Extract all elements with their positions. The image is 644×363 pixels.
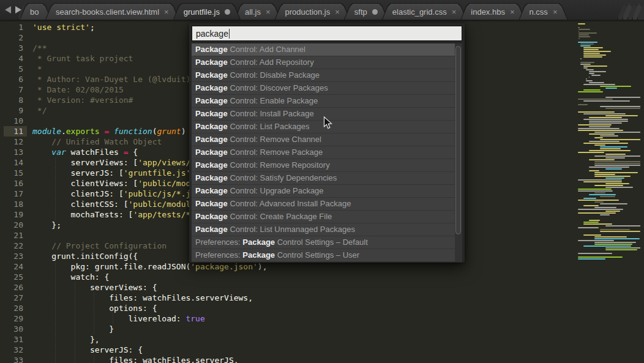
code-line: 24 pkg: grunt.file.readJSON('package.jso…: [0, 261, 573, 272]
palette-item[interactable]: Package Control: Add Repository: [192, 56, 455, 69]
tab-n-css[interactable]: n.css×: [519, 3, 568, 20]
palette-scrollbar[interactable]: [455, 43, 462, 262]
indent-guide: [55, 355, 56, 363]
code-line: 28 options: {: [0, 303, 573, 313]
line-number: 4: [4, 53, 27, 64]
code-line: 27 files: watchFiles.serverViews,: [0, 293, 573, 303]
minimap-line: [578, 34, 589, 36]
tab-search-books-client-view-html[interactable]: search-books.client.view.html×: [45, 3, 179, 20]
minimap-line: [578, 111, 615, 113]
minimap-line: [583, 65, 607, 67]
line-number: 15: [4, 168, 27, 178]
code-text: files: watchFiles.serverViews,: [32, 293, 253, 302]
minimap-line: [605, 108, 640, 109]
line-number: 33: [4, 355, 27, 363]
minimap-line: [583, 234, 601, 236]
minimap-line: [600, 203, 627, 204]
minimap-line: [583, 205, 599, 206]
tab-production-js[interactable]: production.js×: [275, 3, 350, 20]
palette-item[interactable]: Package Control: Remove Repository: [192, 159, 455, 172]
line-number: 13: [4, 147, 27, 157]
code-text: module.exports = function(grunt) {: [32, 127, 195, 136]
line-number: 23: [4, 251, 27, 261]
palette-item[interactable]: Package Control: Disable Package: [192, 69, 455, 82]
minimap-line: [589, 220, 600, 221]
sublime-text-window: 1'use strict';23/**4 * Grunt task projec…: [0, 0, 644, 363]
tab-elastic-grid-css[interactable]: elastic_grid.css×: [382, 3, 466, 20]
palette-item[interactable]: Package Control: Advanced Install Packag…: [192, 198, 455, 211]
minimap-line: [594, 207, 616, 208]
line-number: 5: [4, 64, 27, 74]
line-number: 18: [4, 199, 27, 209]
tab-close-icon[interactable]: ×: [452, 8, 457, 16]
minimap-line: [605, 247, 640, 249]
palette-search-input[interactable]: package: [192, 26, 462, 41]
palette-item[interactable]: Package Control: Satisfy Dependencies: [192, 172, 455, 185]
minimap-line: [589, 82, 605, 83]
tab-index-hbs[interactable]: index.hbs×: [460, 3, 525, 20]
indent-guide: [55, 199, 56, 209]
code-text: * Date: 02/08/2015: [32, 85, 124, 94]
minimap-line: [583, 89, 601, 91]
minimap-line: [594, 242, 636, 243]
palette-item[interactable]: Preferences: Package Control Settings – …: [192, 236, 455, 249]
tab-close-icon[interactable]: ×: [510, 8, 515, 16]
palette-item[interactable]: Package Control: Remove Package: [192, 146, 455, 159]
minimap[interactable]: [575, 23, 640, 280]
tab-sftp[interactable]: sftp: [344, 3, 388, 20]
tab-close-icon[interactable]: ×: [335, 8, 340, 16]
code-text: serverJS: {: [32, 345, 143, 354]
code-text: },: [32, 335, 100, 344]
minimap-line: [600, 229, 630, 230]
palette-item[interactable]: Package Control: Enable Package: [192, 95, 455, 108]
code-text: }: [32, 324, 114, 334]
minimap-line: [580, 45, 591, 47]
tab-close-icon[interactable]: ×: [164, 8, 169, 16]
minimap-line: [600, 135, 618, 137]
indent-guide: [75, 334, 75, 345]
minimap-line: [605, 157, 625, 159]
palette-item[interactable]: Package Control: Discover Packages: [192, 82, 455, 95]
palette-item[interactable]: Preferences: Package Control Settings – …: [192, 249, 455, 262]
nav-forward-icon[interactable]: [15, 6, 21, 13]
code-line: 33 files: watchFiles.serverJS,: [0, 355, 573, 363]
minimap-line: [583, 49, 599, 50]
palette-item[interactable]: Package Control: Remove Channel: [192, 133, 455, 146]
tab-all-js[interactable]: all.js×: [234, 3, 281, 20]
indent-guide: [75, 345, 75, 355]
palette-item[interactable]: Package Control: Upgrade Package: [192, 185, 455, 198]
indent-guide: [94, 324, 94, 334]
palette-item[interactable]: Package Control: Add Channel: [192, 43, 455, 56]
minimap-line: [594, 165, 640, 166]
line-number: 19: [4, 209, 27, 220]
palette-item[interactable]: Package Control: List Unmanaged Packages: [192, 223, 455, 236]
minimap-line: [583, 113, 626, 114]
line-number: 24: [4, 261, 27, 272]
minimap-line: [605, 249, 637, 250]
nav-back-icon[interactable]: [5, 6, 11, 13]
minimap-line: [605, 183, 629, 184]
minimap-line: [589, 141, 620, 142]
line-number: 21: [4, 230, 27, 241]
tab-close-icon[interactable]: ×: [553, 8, 558, 16]
minimap-line: [605, 115, 638, 116]
minimap-line: [594, 163, 640, 164]
minimap-line: [578, 104, 588, 105]
minimap-line: [594, 192, 605, 193]
minimap-line: [580, 64, 591, 65]
minimap-line: [580, 62, 594, 63]
minimap-line: [589, 194, 616, 195]
indent-guide: [55, 303, 56, 313]
palette-scrollbar-thumb[interactable]: [455, 46, 461, 234]
code-text: serverJS: ['gruntfile.js'],: [32, 168, 200, 178]
indent-guide: [75, 282, 75, 293]
tab-label: elastic_grid.css: [392, 7, 447, 17]
minimap-line: [578, 42, 597, 43]
tab-gruntfile-js[interactable]: gruntfile.js: [173, 3, 241, 20]
code-text: var watchFiles = {: [32, 148, 138, 157]
palette-item[interactable]: Package Control: Create Package File: [192, 211, 455, 223]
tab-close-icon[interactable]: ×: [266, 8, 271, 16]
line-number: 7: [4, 84, 27, 95]
minimap-line: [589, 133, 615, 135]
minimap-line: [583, 119, 628, 120]
